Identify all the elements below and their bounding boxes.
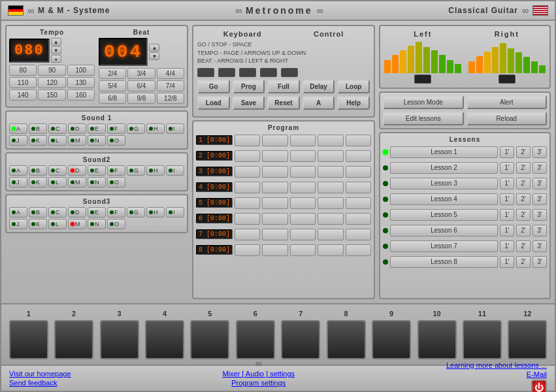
- sound2-btn-D[interactable]: D: [68, 165, 86, 176]
- lesson-4-num-1[interactable]: 1': [500, 193, 514, 205]
- prog-cell-5a[interactable]: [235, 197, 260, 209]
- prog-cell-3d[interactable]: [318, 166, 343, 178]
- prog-button[interactable]: Prog: [233, 80, 265, 93]
- sound2-btn-G[interactable]: G: [127, 165, 145, 176]
- edit-lessons-button[interactable]: Edit lessons: [383, 112, 464, 125]
- sound1-btn-N[interactable]: N: [88, 135, 106, 146]
- sound3-btn-N[interactable]: N: [88, 219, 106, 229]
- prog-cell-4e[interactable]: [346, 182, 371, 193]
- pad-3[interactable]: [100, 320, 139, 359]
- prog-cell-1d[interactable]: [318, 135, 343, 146]
- full-button[interactable]: Full: [267, 80, 300, 93]
- lesson-name-btn-4[interactable]: Lesson 4: [390, 193, 498, 205]
- prog-cell-1b[interactable]: [262, 135, 287, 146]
- lesson-4-num-2[interactable]: 2': [516, 193, 531, 205]
- sound2-btn-N[interactable]: N: [88, 177, 106, 188]
- sound3-btn-G[interactable]: G: [127, 207, 145, 218]
- prog-cell-2c[interactable]: [290, 150, 316, 162]
- sound3-btn-A[interactable]: A: [9, 207, 27, 218]
- sound1-btn-I[interactable]: I: [166, 123, 184, 134]
- lesson-name-btn-7[interactable]: Lesson 7: [390, 240, 498, 252]
- prog-cell-8b[interactable]: [262, 244, 287, 256]
- prog-cell-8d[interactable]: [318, 244, 343, 256]
- reload-button[interactable]: Reload: [466, 112, 548, 125]
- beat-preset-7-4[interactable]: 7/4: [157, 80, 184, 91]
- lesson-4-num-3[interactable]: 3': [532, 193, 547, 205]
- lesson-name-btn-3[interactable]: Lesson 3: [390, 178, 498, 189]
- prog-cell-3e[interactable]: [346, 166, 371, 178]
- help-button[interactable]: Help: [337, 96, 370, 110]
- prog-cell-7b[interactable]: [262, 229, 287, 240]
- beat-preset-5-4[interactable]: 5/4: [99, 80, 126, 91]
- lesson-7-num-2[interactable]: 2': [516, 240, 531, 252]
- prog-cell-2e[interactable]: [346, 150, 371, 162]
- sound1-btn-F[interactable]: F: [107, 123, 125, 134]
- pad-11[interactable]: [463, 320, 502, 359]
- lesson-5-num-1[interactable]: 1': [500, 209, 514, 221]
- email-link[interactable]: E-Mail: [527, 370, 547, 378]
- prog-cell-4d[interactable]: [318, 182, 343, 193]
- prog-cell-7a[interactable]: [235, 229, 260, 240]
- sound3-btn-M[interactable]: M: [68, 219, 86, 229]
- lesson-name-btn-8[interactable]: Lesson 8: [390, 256, 498, 268]
- lesson-8-num-2[interactable]: 2': [516, 256, 531, 268]
- lesson-2-num-1[interactable]: 1': [500, 162, 514, 174]
- pad-7[interactable]: [281, 320, 320, 359]
- lesson-8-num-1[interactable]: 1': [500, 256, 514, 268]
- pad-12[interactable]: [508, 320, 547, 359]
- sound2-btn-I[interactable]: I: [166, 165, 184, 176]
- sound1-btn-O[interactable]: O: [107, 135, 125, 146]
- prog-cell-3b[interactable]: [262, 166, 287, 178]
- beat-up-button[interactable]: ▲: [149, 44, 159, 52]
- lesson-name-btn-6[interactable]: Lesson 6: [390, 225, 498, 237]
- sound2-btn-H[interactable]: H: [146, 165, 165, 176]
- prog-cell-6d[interactable]: [318, 213, 343, 225]
- prog-cell-1e[interactable]: [346, 135, 371, 146]
- beat-preset-12-8[interactable]: 12/8: [157, 93, 184, 104]
- sound3-btn-E[interactable]: E: [88, 207, 106, 218]
- program-settings-link[interactable]: Program settings: [231, 379, 286, 387]
- sound2-btn-O[interactable]: O: [107, 177, 125, 188]
- sound2-btn-F[interactable]: F: [107, 165, 125, 176]
- prog-cell-7c[interactable]: [290, 229, 316, 240]
- sound2-btn-C[interactable]: C: [48, 165, 67, 176]
- save-button[interactable]: Save: [233, 96, 265, 110]
- tempo-preset-120[interactable]: 120: [38, 77, 65, 88]
- lesson-5-num-3[interactable]: 3': [532, 209, 547, 221]
- sound1-btn-H[interactable]: H: [146, 123, 165, 134]
- sound3-btn-J[interactable]: J: [9, 219, 27, 229]
- lesson-6-num-2[interactable]: 2': [516, 225, 531, 237]
- tempo-down-button[interactable]: ▼: [51, 46, 61, 54]
- lesson-name-btn-2[interactable]: Lesson 2: [390, 162, 498, 174]
- beat-preset-6-8[interactable]: 6/8: [99, 93, 126, 104]
- sound2-btn-L[interactable]: L: [48, 177, 67, 188]
- prog-cell-8a[interactable]: [235, 244, 260, 256]
- tempo-preset-130[interactable]: 130: [67, 77, 95, 88]
- pad-2[interactable]: [54, 320, 93, 359]
- prog-cell-2d[interactable]: [318, 150, 343, 162]
- sound1-btn-M[interactable]: M: [68, 135, 86, 146]
- sound1-btn-B[interactable]: B: [29, 123, 47, 134]
- beat-preset-2-4[interactable]: 2/4: [99, 68, 126, 79]
- sound1-btn-C[interactable]: C: [48, 123, 67, 134]
- prog-cell-5d[interactable]: [318, 197, 343, 209]
- delay-button[interactable]: Delay: [303, 80, 335, 93]
- prog-cell-7d[interactable]: [318, 229, 343, 240]
- beat-down-button[interactable]: ▼: [149, 52, 159, 60]
- beat-preset-3-4[interactable]: 3/4: [127, 68, 155, 79]
- send-feedback-link[interactable]: Send feedback: [9, 379, 71, 387]
- prog-cell-6a[interactable]: [235, 213, 260, 225]
- prog-cell-6b[interactable]: [262, 213, 287, 225]
- tempo-preset-150[interactable]: 150: [38, 90, 65, 101]
- sound3-btn-L[interactable]: L: [48, 219, 67, 229]
- prog-cell-3a[interactable]: [235, 166, 260, 178]
- tempo-preset-90[interactable]: 90: [38, 65, 65, 76]
- tempo-preset-140[interactable]: 140: [9, 90, 37, 101]
- lesson-name-btn-1[interactable]: Lesson 1: [390, 146, 498, 158]
- lesson-mode-button[interactable]: Lesson Mode: [383, 95, 464, 109]
- prog-cell-2a[interactable]: [235, 150, 260, 162]
- sound1-btn-E[interactable]: E: [88, 123, 106, 134]
- prog-cell-4c[interactable]: [290, 182, 316, 193]
- pad-4[interactable]: [145, 320, 184, 359]
- tempo-preset-160[interactable]: 160: [67, 90, 95, 101]
